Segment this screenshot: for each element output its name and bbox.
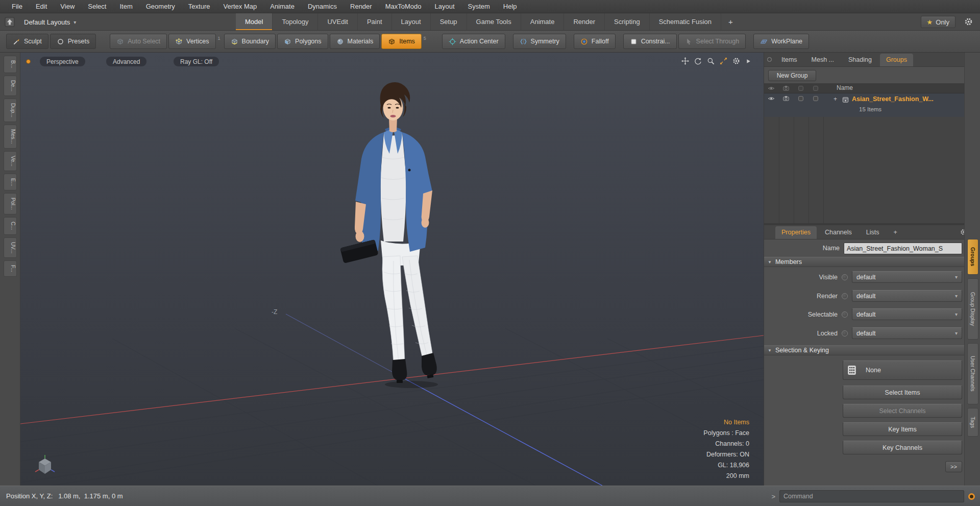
zoom-icon[interactable] bbox=[707, 57, 715, 65]
toggle-box-icon[interactable] bbox=[812, 95, 819, 102]
select-items-button[interactable]: Select Items bbox=[843, 385, 962, 399]
command-input[interactable] bbox=[779, 490, 964, 502]
tab-properties[interactable]: Properties bbox=[775, 226, 817, 239]
expand-panel-button[interactable]: >> bbox=[945, 461, 962, 472]
tab-animate[interactable]: Animate bbox=[521, 13, 565, 30]
tab-layout[interactable]: Layout bbox=[392, 13, 431, 30]
side-tab-group-display[interactable]: Group Display bbox=[967, 278, 978, 340]
tab-setup[interactable]: Setup bbox=[431, 13, 467, 30]
polygons-mode-button[interactable]: Polygons bbox=[277, 34, 328, 49]
eye-icon[interactable] bbox=[768, 95, 775, 102]
tab-schematic-fusion[interactable]: Schematic Fusion bbox=[650, 13, 721, 30]
advanced-shading-button[interactable]: Advanced bbox=[106, 57, 146, 66]
group-row-asian-street-fashion[interactable]: + Asian_Street_Fashion_W... 15 Items bbox=[764, 93, 964, 117]
left-tab-uv[interactable]: UV... bbox=[4, 237, 17, 258]
maximize-icon[interactable] bbox=[720, 57, 727, 65]
constraint-button[interactable]: Constrai... bbox=[623, 34, 677, 49]
panel-options-icon[interactable] bbox=[767, 57, 772, 62]
visible-toggle[interactable] bbox=[842, 274, 848, 280]
symmetry-button[interactable]: Symmetry bbox=[513, 34, 566, 49]
perspective-view-button[interactable]: Perspective bbox=[40, 57, 85, 66]
left-tab-falloffs[interactable]: F... bbox=[4, 260, 17, 277]
left-tab-deform[interactable]: De... bbox=[4, 76, 17, 96]
action-center-button[interactable]: Action Center bbox=[442, 34, 505, 49]
left-tab-polygon[interactable]: Pol... bbox=[4, 193, 17, 214]
selectable-dropdown[interactable]: default ▾ bbox=[852, 308, 962, 320]
locked-toggle[interactable] bbox=[842, 330, 848, 336]
side-tab-tags[interactable]: Tags bbox=[967, 408, 978, 437]
tab-scripting[interactable]: Scripting bbox=[605, 13, 650, 30]
menu-render[interactable]: Render bbox=[344, 0, 379, 13]
menu-geometry[interactable]: Geometry bbox=[139, 0, 182, 13]
left-tab-basic[interactable]: B... bbox=[4, 56, 17, 73]
menu-file[interactable]: File bbox=[5, 0, 29, 13]
vertices-mode-button[interactable]: Vertices bbox=[168, 34, 215, 49]
falloff-button[interactable]: Falloff bbox=[574, 34, 616, 49]
add-panel-tab-button[interactable]: + bbox=[888, 226, 903, 239]
tab-channels[interactable]: Channels bbox=[819, 226, 858, 239]
side-tab-groups[interactable]: Groups bbox=[967, 239, 978, 275]
select-through-button[interactable]: Select Through bbox=[678, 34, 746, 49]
left-tab-duplicate[interactable]: Dup... bbox=[4, 99, 17, 122]
items-mode-button[interactable]: Items bbox=[381, 34, 422, 49]
menu-animate[interactable]: Animate bbox=[263, 0, 301, 13]
play-icon[interactable] bbox=[745, 58, 751, 64]
materials-mode-button[interactable]: Materials bbox=[330, 34, 380, 49]
left-tab-vertex[interactable]: Ve... bbox=[4, 151, 17, 171]
menu-help[interactable]: Help bbox=[497, 0, 524, 13]
render-toggle[interactable] bbox=[842, 293, 848, 299]
menu-system[interactable]: System bbox=[461, 0, 497, 13]
menu-dynamics[interactable]: Dynamics bbox=[301, 0, 344, 13]
menu-texture[interactable]: Texture bbox=[182, 0, 217, 13]
woman-model[interactable] bbox=[340, 82, 438, 388]
tab-game-tools[interactable]: Game Tools bbox=[467, 13, 521, 30]
render-toggle-icon[interactable] bbox=[782, 95, 790, 102]
menu-select[interactable]: Select bbox=[81, 0, 113, 13]
new-group-button[interactable]: New Group bbox=[768, 70, 816, 81]
viewport-options-icon[interactable] bbox=[26, 59, 31, 64]
visible-dropdown[interactable]: default ▾ bbox=[852, 271, 962, 283]
tab-shading[interactable]: Shading bbox=[842, 54, 878, 66]
tab-items[interactable]: Items bbox=[775, 54, 803, 66]
pan-icon[interactable] bbox=[681, 57, 689, 65]
layout-switcher[interactable]: Default Layouts ▾ bbox=[19, 16, 81, 28]
star-only-button[interactable]: ★ Only bbox=[921, 16, 955, 28]
ray-gl-button[interactable]: Ray GL: Off bbox=[174, 57, 219, 66]
left-tab-edge[interactable]: E... bbox=[4, 174, 17, 191]
selection-set-none-button[interactable]: None bbox=[843, 360, 962, 380]
tab-groups[interactable]: Groups bbox=[880, 54, 913, 66]
expand-group-icon[interactable]: + bbox=[834, 95, 837, 103]
side-tab-user-channels[interactable]: User Channels bbox=[967, 343, 978, 404]
selectable-toggle[interactable] bbox=[842, 311, 848, 318]
gear-icon[interactable] bbox=[964, 17, 973, 26]
menu-item[interactable]: Item bbox=[113, 0, 139, 13]
viewport-gear-icon[interactable] bbox=[732, 57, 740, 65]
workplane-button[interactable]: WorkPlane bbox=[753, 34, 809, 49]
add-layout-tab-button[interactable]: + bbox=[721, 13, 740, 30]
presets-button[interactable]: Presets bbox=[50, 34, 96, 49]
menu-view[interactable]: View bbox=[54, 0, 81, 13]
tab-lists[interactable]: Lists bbox=[860, 226, 886, 239]
auto-select-button[interactable]: Auto Select bbox=[110, 34, 167, 49]
key-channels-button[interactable]: Key Channels bbox=[843, 441, 962, 454]
tab-topology[interactable]: Topology bbox=[273, 13, 318, 30]
render-dropdown[interactable]: default ▾ bbox=[852, 290, 962, 302]
select-channels-button[interactable]: Select Channels bbox=[843, 404, 962, 418]
tab-model[interactable]: Model bbox=[236, 13, 273, 30]
selection-keying-section-header[interactable]: ▼ Selection & Keying bbox=[764, 345, 964, 355]
locked-dropdown[interactable]: default ▾ bbox=[852, 327, 962, 339]
3d-viewport[interactable]: -Z bbox=[20, 53, 764, 486]
tab-mesh-ops[interactable]: Mesh ... bbox=[805, 54, 840, 66]
menu-vertex-map[interactable]: Vertex Map bbox=[216, 0, 263, 13]
pin-layout-icon[interactable] bbox=[4, 16, 15, 28]
toggle-box-icon[interactable] bbox=[797, 95, 804, 102]
name-input[interactable] bbox=[844, 243, 962, 254]
left-tab-mesh[interactable]: Mes... bbox=[4, 125, 17, 149]
rotate-icon[interactable] bbox=[694, 57, 702, 65]
tab-render[interactable]: Render bbox=[564, 13, 605, 30]
menu-edit[interactable]: Edit bbox=[29, 0, 54, 13]
menu-maxtomodo[interactable]: MaxToModo bbox=[379, 0, 428, 13]
command-history-icon[interactable] bbox=[968, 493, 975, 500]
tab-paint[interactable]: Paint bbox=[358, 13, 392, 30]
tab-uvedit[interactable]: UVEdit bbox=[318, 13, 357, 30]
